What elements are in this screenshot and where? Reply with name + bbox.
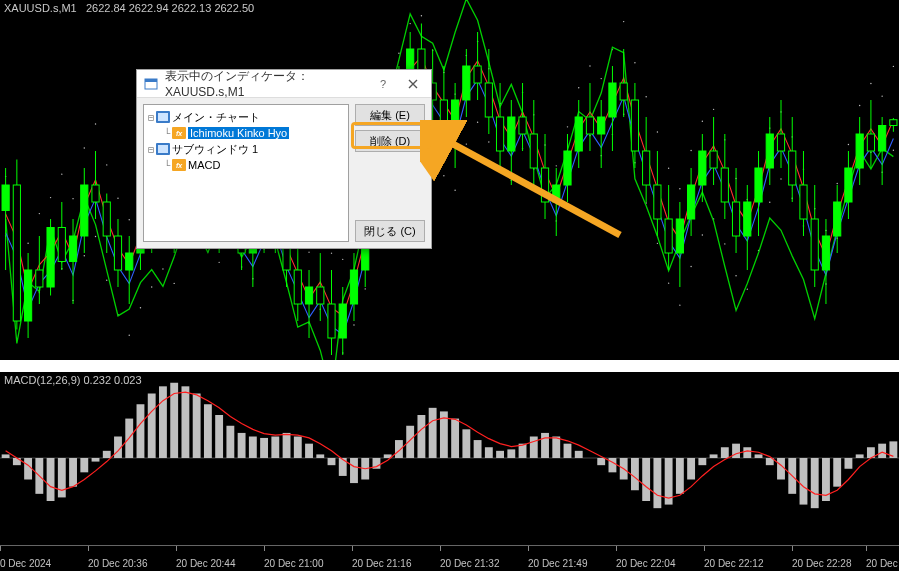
- svg-rect-265: [586, 117, 593, 134]
- svg-point-122: [477, 121, 478, 122]
- svg-rect-361: [451, 419, 459, 458]
- svg-rect-345: [271, 437, 279, 459]
- svg-rect-163: [13, 185, 20, 321]
- dialog-body: ⊟ メイン・チャート └ Ichimoku Kinko Hyo ⊟ サブウィンド…: [137, 98, 431, 248]
- svg-point-120: [454, 190, 455, 191]
- macd-label: MACD(12,26,9) 0.232 0.023: [4, 374, 142, 386]
- svg-rect-239: [440, 100, 447, 134]
- svg-rect-177: [92, 185, 99, 202]
- tree-ichimoku-label: Ichimoku Kinko Hyo: [188, 127, 289, 139]
- tree-main-chart[interactable]: ⊟ メイン・チャート: [148, 109, 344, 125]
- svg-rect-382: [687, 458, 695, 480]
- svg-rect-384: [710, 454, 718, 458]
- window-icon: [156, 111, 170, 123]
- svg-rect-297: [766, 134, 773, 168]
- tree-macd[interactable]: └ MACD: [148, 157, 344, 173]
- close-button[interactable]: 閉じる (C): [355, 220, 425, 242]
- svg-point-92: [140, 307, 141, 308]
- xaxis-label: 20 Dec 21:32: [440, 558, 500, 569]
- svg-rect-325: [47, 458, 55, 501]
- svg-rect-173: [69, 236, 76, 262]
- svg-rect-301: [789, 151, 796, 185]
- help-button[interactable]: ?: [371, 74, 395, 94]
- svg-rect-281: [676, 219, 683, 253]
- svg-point-60: [679, 188, 680, 189]
- svg-point-78: [881, 95, 882, 96]
- svg-point-30: [342, 259, 343, 260]
- xaxis-label: 20 Dec 22:04: [616, 558, 676, 569]
- svg-rect-378: [642, 458, 650, 501]
- svg-point-53: [601, 78, 602, 79]
- svg-rect-368: [530, 437, 538, 459]
- svg-point-138: [657, 243, 658, 244]
- svg-rect-350: [328, 458, 336, 465]
- svg-rect-335: [159, 386, 167, 458]
- svg-point-145: [735, 275, 736, 276]
- macd-subwindow[interactable]: MACD(12,26,9) 0.232 0.023: [0, 372, 899, 544]
- svg-point-50: [567, 126, 568, 127]
- svg-point-49: [556, 165, 557, 166]
- svg-rect-342: [238, 433, 246, 458]
- svg-rect-375: [609, 458, 617, 472]
- svg-rect-255: [530, 134, 537, 168]
- tree-ichimoku[interactable]: └ Ichimoku Kinko Hyo: [148, 125, 344, 141]
- svg-point-35: [398, 53, 399, 54]
- svg-point-148: [769, 202, 770, 203]
- svg-rect-383: [698, 458, 706, 465]
- window-icon: [156, 143, 170, 155]
- svg-rect-358: [417, 415, 425, 458]
- svg-point-123: [488, 141, 489, 142]
- svg-rect-275: [643, 151, 650, 185]
- symbol-timeframe-label: XAUUSD.s,M1: [4, 2, 77, 14]
- time-axis: 0 Dec 202420 Dec 20:3620 Dec 20:4420 Dec…: [0, 545, 899, 571]
- delete-button[interactable]: 削除 (D): [355, 130, 425, 152]
- svg-rect-311: [845, 168, 852, 202]
- svg-rect-333: [137, 404, 145, 458]
- svg-rect-257: [541, 168, 548, 202]
- svg-point-112: [365, 288, 366, 289]
- svg-point-59: [668, 168, 669, 169]
- svg-rect-344: [260, 438, 268, 458]
- svg-rect-285: [699, 151, 706, 185]
- svg-point-29: [331, 253, 332, 254]
- svg-rect-348: [305, 444, 313, 458]
- pane-divider[interactable]: [0, 360, 899, 372]
- svg-rect-402: [145, 79, 157, 82]
- svg-rect-269: [609, 83, 616, 117]
- svg-rect-183: [126, 253, 133, 270]
- svg-rect-165: [24, 270, 31, 321]
- svg-rect-243: [463, 66, 470, 100]
- close-x-button[interactable]: [401, 74, 425, 94]
- xaxis-label: 20 Dec 20:44: [176, 558, 236, 569]
- main-price-chart[interactable]: XAUUSD.s,M1 2622.84 2622.94 2622.13 2622…: [0, 0, 899, 360]
- svg-rect-317: [879, 126, 886, 152]
- svg-rect-372: [575, 451, 583, 458]
- svg-rect-171: [58, 228, 65, 262]
- svg-rect-287: [710, 151, 717, 168]
- svg-point-121: [466, 143, 467, 144]
- indicator-icon: [172, 127, 186, 139]
- svg-point-89: [106, 280, 107, 281]
- svg-rect-293: [744, 202, 751, 236]
- svg-point-52: [589, 65, 590, 66]
- dialog-icon: [143, 76, 159, 92]
- svg-rect-267: [598, 117, 605, 134]
- svg-rect-289: [721, 168, 728, 202]
- dialog-titlebar[interactable]: 表示中のインディケータ： XAUUSD.s,M1 ?: [137, 70, 431, 98]
- svg-rect-386: [732, 444, 740, 458]
- svg-point-93: [151, 286, 152, 287]
- indicator-tree[interactable]: ⊟ メイン・チャート └ Ichimoku Kinko Hyo ⊟ サブウィンド…: [143, 104, 349, 242]
- svg-rect-167: [36, 270, 43, 287]
- svg-rect-340: [215, 415, 223, 458]
- svg-rect-247: [485, 83, 492, 117]
- svg-rect-323: [24, 458, 32, 480]
- edit-button[interactable]: 編集 (E): [355, 104, 425, 126]
- chart-header: XAUUSD.s,M1 2622.84 2622.94 2622.13 2622…: [4, 2, 254, 14]
- svg-rect-349: [316, 454, 324, 458]
- svg-point-6: [72, 198, 73, 199]
- tree-subwindow[interactable]: ⊟ サブウィンドウ 1: [148, 141, 344, 157]
- macd-header: MACD(12,26,9) 0.232 0.023: [4, 374, 142, 386]
- svg-point-149: [780, 178, 781, 179]
- svg-rect-352: [350, 458, 358, 483]
- svg-rect-356: [395, 440, 403, 458]
